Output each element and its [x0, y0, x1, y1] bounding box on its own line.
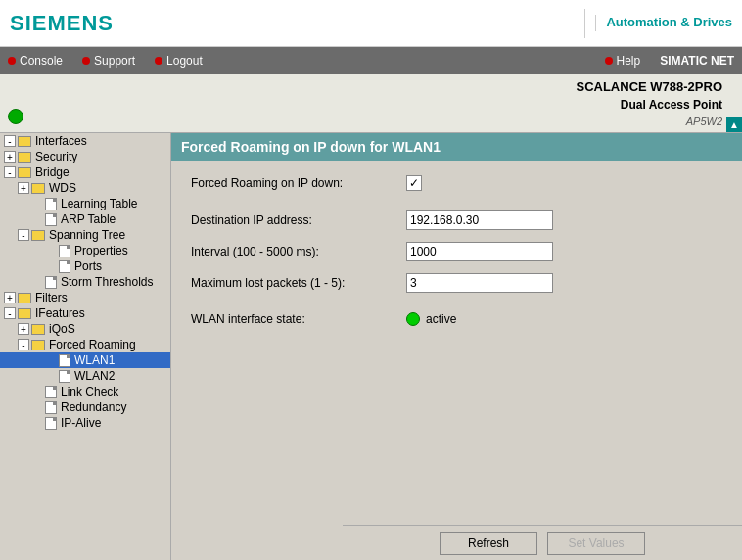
scroll-up-arrow[interactable]: ▲ — [726, 117, 742, 132]
doc-icon-storm-thresholds — [45, 276, 57, 289]
folder-icon-forced-roaming — [31, 340, 45, 350]
sidebar-label-iqos: iQoS — [49, 322, 75, 336]
sidebar-item-ifeatures[interactable]: -IFeatures — [0, 305, 170, 321]
main-layout: -Interfaces+Security-Bridge+WDSLearning … — [0, 133, 742, 560]
refresh-button[interactable]: Refresh — [440, 532, 537, 555]
sidebar-item-iqos[interactable]: +iQoS — [0, 321, 170, 337]
expand-icon-ifeatures[interactable]: - — [4, 307, 16, 319]
device-name: SCALANCE W788-2PRO — [576, 77, 722, 97]
folder-icon-interfaces — [18, 136, 31, 147]
help-dot — [605, 57, 613, 65]
interval-label: Interval (100 - 5000 ms): — [191, 245, 406, 258]
console-nav[interactable]: Console — [8, 54, 63, 68]
device-info: SCALANCE W788-2PRO Dual Access Point AP5… — [576, 77, 722, 130]
checkmark-icon: ✓ — [409, 176, 419, 190]
doc-icon-wlan1 — [59, 354, 70, 367]
wlan-state-label: WLAN interface state: — [191, 312, 406, 326]
sidebar-item-spanning-tree[interactable]: -Spanning Tree — [0, 227, 170, 243]
doc-icon-wlan2 — [59, 370, 70, 383]
sidebar-label-wds: WDS — [49, 181, 76, 195]
expand-icon-bridge[interactable]: - — [4, 166, 16, 178]
sidebar-item-ip-alive[interactable]: IP-Alive — [0, 415, 170, 431]
max-lost-label: Maximum lost packets (1 - 5): — [191, 276, 406, 290]
folder-icon-wds — [31, 183, 45, 194]
expand-icon-interfaces[interactable]: - — [4, 135, 16, 147]
forced-roaming-checkbox[interactable]: ✓ — [406, 175, 422, 191]
sidebar-label-properties: Properties — [74, 244, 128, 257]
sidebar-item-link-check[interactable]: Link Check — [0, 384, 170, 399]
dest-ip-input[interactable] — [406, 210, 553, 230]
sidebar-label-security: Security — [35, 150, 77, 163]
sidebar-label-ports: Ports — [74, 259, 102, 273]
folder-icon-ifeatures — [18, 308, 31, 319]
expand-icon-spanning-tree[interactable]: - — [18, 229, 29, 241]
sidebar-item-redundancy[interactable]: Redundancy — [0, 399, 170, 415]
sidebar-item-forced-roaming[interactable]: -Forced Roaming — [0, 337, 170, 352]
doc-icon-ip-alive — [45, 417, 57, 430]
bottom-bar: Refresh Set Values — [343, 525, 742, 560]
sidebar-item-ports[interactable]: Ports — [0, 258, 170, 274]
sidebar: -Interfaces+Security-Bridge+WDSLearning … — [0, 133, 171, 560]
support-nav[interactable]: Support — [82, 54, 135, 68]
wlan-state-value: active — [426, 312, 456, 326]
logout-dot — [155, 57, 162, 65]
console-dot — [8, 57, 16, 65]
help-nav[interactable]: Help — [605, 54, 641, 68]
sidebar-label-filters: Filters — [35, 291, 68, 304]
sidebar-label-interfaces: Interfaces — [35, 134, 87, 148]
form-area: Forced Roaming on IP down: ✓ Destination… — [171, 161, 742, 355]
sidebar-label-redundancy: Redundancy — [61, 400, 126, 414]
doc-icon-redundancy — [45, 401, 57, 414]
sidebar-item-wlan2[interactable]: WLAN2 — [0, 368, 170, 384]
sidebar-label-forced-roaming: Forced Roaming — [49, 338, 136, 351]
sidebar-item-arp-table[interactable]: ARP Table — [0, 211, 170, 227]
sidebar-label-bridge: Bridge — [35, 165, 70, 179]
interval-row: Interval (100 - 5000 ms): — [191, 242, 722, 261]
dest-ip-row: Destination IP address: — [191, 210, 722, 230]
doc-icon-learning-table — [45, 198, 57, 210]
sidebar-label-learning-table: Learning Table — [61, 197, 138, 210]
set-values-button[interactable]: Set Values — [547, 532, 645, 555]
doc-icon-properties — [59, 245, 70, 257]
forced-roaming-row: Forced Roaming on IP down: ✓ — [191, 175, 722, 191]
nav-bar: Console Support Logout Help SIMATIC NET — [0, 47, 742, 74]
sidebar-item-security[interactable]: +Security — [0, 149, 170, 164]
sidebar-item-learning-table[interactable]: Learning Table — [0, 196, 170, 211]
simatic-net-label: SIMATIC NET — [660, 54, 734, 68]
wlan-state-row: WLAN interface state: active — [191, 312, 722, 326]
logout-nav[interactable]: Logout — [155, 54, 203, 68]
sidebar-label-storm-thresholds: Storm Thresholds — [61, 275, 153, 289]
wlan-state-indicator: active — [406, 312, 456, 326]
folder-icon-spanning-tree — [31, 230, 45, 241]
top-header: SIEMENS Automation & Drives — [0, 0, 742, 47]
doc-icon-link-check — [45, 386, 57, 398]
sidebar-item-properties[interactable]: Properties — [0, 243, 170, 258]
expand-icon-iqos[interactable]: + — [18, 323, 29, 335]
sidebar-label-spanning-tree: Spanning Tree — [49, 228, 125, 242]
sidebar-item-wds[interactable]: +WDS — [0, 180, 170, 196]
sidebar-item-filters[interactable]: +Filters — [0, 290, 170, 305]
expand-icon-forced-roaming[interactable]: - — [18, 339, 29, 350]
doc-icon-arp-table — [45, 213, 57, 226]
sidebar-item-wlan1[interactable]: WLAN1 — [0, 352, 170, 368]
expand-icon-filters[interactable]: + — [4, 292, 16, 303]
siemens-logo: SIEMENS — [10, 11, 114, 36]
dest-ip-label: Destination IP address: — [191, 213, 406, 227]
sidebar-label-link-check: Link Check — [61, 385, 118, 398]
expand-icon-wds[interactable]: + — [18, 182, 29, 194]
sidebar-item-bridge[interactable]: -Bridge — [0, 164, 170, 180]
sidebar-item-storm-thresholds[interactable]: Storm Thresholds — [0, 274, 170, 290]
max-lost-input[interactable] — [406, 273, 553, 293]
interval-input[interactable] — [406, 242, 553, 261]
sidebar-item-interfaces[interactable]: -Interfaces — [0, 133, 170, 149]
device-code: AP5W2 — [576, 114, 722, 130]
sidebar-label-ip-alive: IP-Alive — [61, 416, 101, 430]
folder-icon-iqos — [31, 324, 45, 335]
folder-icon-filters — [18, 293, 31, 303]
expand-icon-security[interactable]: + — [4, 151, 16, 163]
folder-icon-security — [18, 152, 31, 163]
status-green-dot — [406, 312, 420, 326]
sidebar-label-wlan2: WLAN2 — [74, 369, 115, 383]
device-sub: Dual Access Point — [576, 96, 722, 114]
content-wrapper: Forced Roaming on IP down for WLAN1 Forc… — [171, 133, 742, 560]
